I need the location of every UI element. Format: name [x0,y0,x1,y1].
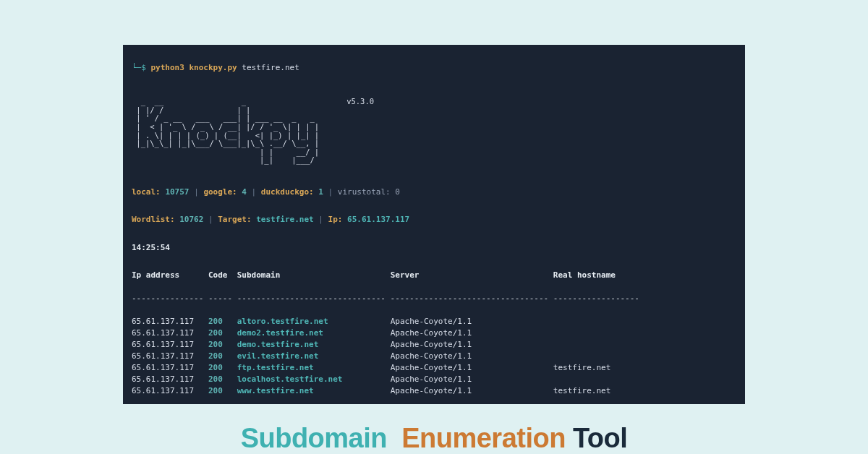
col-server: Server [391,270,553,280]
wordlist-label: Wordlist: [132,215,175,224]
table-rule: --------------- ----- ------------------… [132,293,736,304]
table-row: 65.61.137.117 200 ftp.testfire.net Apach… [132,362,736,374]
col-real: Real hostname [553,270,616,280]
prompt-symbol: $ [141,63,146,72]
ip-label: Ip: [328,215,343,224]
separator: | [208,215,213,224]
caption-word-2: Enumeration [401,423,566,453]
version-text: v5.3.0 [346,97,374,106]
google-value: 4 [242,187,247,197]
prompt-arrow: └─ [132,63,141,72]
table-row: 65.61.137.117 200 demo.testfire.net Apac… [132,339,736,351]
table-body: 65.61.137.117 200 altoro.testfire.net Ap… [132,316,736,397]
prompt-line: └─$ python3 knockpy.py testfire.net [132,62,736,74]
caption-word-1: Subdomain [241,423,387,453]
caption-word-3: Tool [573,423,627,453]
source-stats: local: 10757 | google: 4 | duckduckgo: 1… [132,187,736,198]
table-row: 65.61.137.117 200 localhost.testfire.net… [132,374,736,385]
separator: | [328,187,333,197]
separator: | [252,187,257,197]
target-value: testfire.net [256,215,313,224]
vt-label: virustotal: [338,187,391,197]
separator: | [194,187,199,197]
col-sub: Subdomain [237,270,391,280]
command-arg: testfire.net [242,63,299,72]
col-ip: Ip address [132,270,208,280]
ip-value: 65.61.137.117 [347,215,409,224]
ddg-value: 1 [318,187,323,197]
command-text: python3 knockpy.py [151,63,237,72]
page-caption: Subdomain Enumeration Tool [241,423,628,454]
vt-value: 0 [395,187,400,197]
table-row: 65.61.137.117 200 altoro.testfire.net Ap… [132,316,736,327]
terminal-window: └─$ python3 knockpy.py testfire.net _ __… [123,45,745,404]
wordlist-value: 10762 [179,215,203,224]
table-row: 65.61.137.117 200 demo2.testfire.net Apa… [132,327,736,339]
meta-line: Wordlist: 10762 | Target: testfire.net |… [132,214,736,226]
table-row: 65.61.137.117 200 www.testfire.net Apach… [132,385,736,397]
table-row: 65.61.137.117 200 evil.testfire.net Apac… [132,351,736,362]
table-header: Ip address Code Subdomain Server Real ho… [132,270,736,281]
ascii-banner: _ __ _ v5.3.0 | |/ / | | | ' / _ __ ___ … [132,90,736,165]
google-label: google: [203,187,237,197]
col-code: Code [208,270,237,280]
local-label: local: [132,187,161,197]
separator: | [318,215,323,224]
target-label: Target: [218,215,251,224]
timestamp-start: 14:25:54 [132,242,736,254]
ddg-label: duckduckgo: [261,187,314,197]
local-value: 10757 [165,187,189,197]
